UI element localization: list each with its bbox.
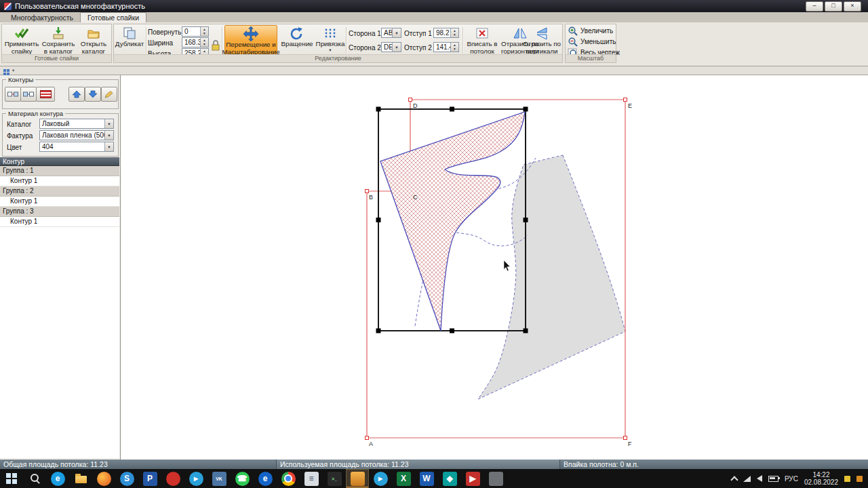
drawing-canvas[interactable]: A B C D E F bbox=[121, 75, 868, 460]
tab-ready-splices[interactable]: Готовые спайки bbox=[80, 12, 146, 22]
taskbar-app-opera[interactable] bbox=[161, 469, 184, 488]
zoom-in-icon bbox=[568, 26, 578, 36]
pencil-icon bbox=[104, 90, 114, 98]
taskbar-app-teal[interactable]: ◆ bbox=[438, 469, 461, 488]
minimize-button[interactable]: – bbox=[806, 1, 823, 12]
rotation-label: Вращение bbox=[281, 41, 313, 48]
start-button[interactable] bbox=[0, 469, 23, 488]
apply-splice-button[interactable]: Применить спайку bbox=[4, 25, 39, 56]
tree-contour-row[interactable]: Контур 1 bbox=[0, 197, 119, 207]
maximize-button[interactable]: □ bbox=[825, 1, 842, 12]
offset2-input[interactable]: 141.4 ▴▾ bbox=[433, 42, 459, 52]
status-bar: Общая площадь потолка: 11.23 Используема… bbox=[0, 460, 868, 469]
tree-contour-row[interactable]: Контур 1 bbox=[0, 176, 119, 186]
taskbar-app-project[interactable]: P bbox=[138, 469, 161, 488]
tree-contour-row[interactable]: Контур 1 bbox=[0, 217, 119, 227]
rotate-field-label: Повернуть bbox=[148, 28, 181, 36]
taskbar-app-edge[interactable]: e bbox=[46, 469, 69, 488]
contour-mode-button-2[interactable] bbox=[20, 87, 37, 102]
fit-to-ceiling-button[interactable]: Вписать в потолок bbox=[465, 25, 499, 56]
offset1-input[interactable]: 98.2 ▴▾ bbox=[433, 28, 459, 38]
side1-select[interactable]: AB ▾ bbox=[381, 28, 401, 38]
volume-icon[interactable] bbox=[757, 475, 762, 482]
material-stripe-button[interactable] bbox=[36, 87, 55, 102]
move-contour-down-button[interactable] bbox=[85, 87, 101, 102]
taskbar-app-whatsapp[interactable]: ☎ bbox=[231, 469, 254, 488]
color-value: 404 bbox=[40, 143, 104, 150]
tab-multifacture[interactable]: Многофактурность bbox=[4, 14, 80, 22]
quick-access-icon[interactable] bbox=[3, 69, 6, 72]
taskbar-app-chrome[interactable] bbox=[277, 469, 300, 488]
network-icon[interactable] bbox=[743, 476, 751, 482]
taskbar-app-firefox[interactable] bbox=[92, 469, 115, 488]
catalog-value: Лаковый bbox=[40, 120, 104, 127]
duplicate-button[interactable]: Дубликат bbox=[115, 25, 144, 56]
zoom-in-button[interactable]: Увеличить bbox=[568, 26, 613, 36]
side1-dropdown-icon: ▾ bbox=[392, 28, 401, 37]
taskbar-app-notepad[interactable]: ≡ bbox=[300, 469, 323, 488]
fit-to-ceiling-label: Вписать в потолок bbox=[465, 41, 499, 55]
taskbar-app-terminal[interactable]: >_ bbox=[323, 469, 346, 488]
taskbar-app-skype[interactable]: S bbox=[115, 469, 138, 488]
tree-group-row[interactable]: Группа : 3 bbox=[0, 207, 119, 217]
language-indicator[interactable]: РУС bbox=[785, 475, 798, 483]
taskbar-app-telegram[interactable]: ▸ bbox=[184, 469, 208, 488]
rotate-input[interactable]: 0 ▴▾ bbox=[182, 26, 209, 37]
window-title: Пользовательская многофактурность bbox=[15, 2, 145, 10]
titlebar: Пользовательская многофактурность – □ × bbox=[0, 0, 868, 12]
move-contour-up-button[interactable] bbox=[68, 87, 85, 102]
taskbar-app-excel[interactable]: X bbox=[392, 469, 415, 488]
tray-indicator-2[interactable] bbox=[856, 476, 863, 482]
ghost-contour-gray[interactable] bbox=[478, 155, 625, 399]
arrow-up-icon bbox=[72, 90, 81, 98]
catalog-select[interactable]: Лаковый ▾ bbox=[39, 119, 114, 129]
open-catalog-icon bbox=[87, 25, 100, 41]
clock[interactable]: 14:22 02.08.2022 bbox=[804, 471, 838, 486]
taskbar-app-youtube[interactable]: ▶ bbox=[461, 469, 484, 488]
zoom-out-label: Уменьшить bbox=[580, 38, 616, 45]
hidden-icons-chevron[interactable] bbox=[730, 476, 738, 483]
taskbar-search-button[interactable] bbox=[23, 469, 46, 488]
taskbar-app-explorer[interactable] bbox=[69, 469, 92, 488]
save-to-catalog-button[interactable]: Сохранить в каталог bbox=[41, 25, 76, 56]
tree-group-row[interactable]: Группа : 1 bbox=[0, 166, 119, 176]
tray-indicator-1[interactable] bbox=[844, 476, 850, 482]
battery-icon[interactable] bbox=[768, 476, 778, 482]
tree-group-row[interactable]: Группа : 2 bbox=[0, 186, 119, 197]
side1-label: Сторона 1 bbox=[349, 30, 381, 37]
width-spinner-arrows[interactable]: ▴▾ bbox=[200, 38, 208, 47]
ribbon-group-label: Масштаб bbox=[566, 54, 616, 62]
zoom-out-button[interactable]: Уменьшить bbox=[568, 37, 616, 47]
quick-access-dropdown-icon[interactable]: ▾ bbox=[12, 68, 14, 73]
selected-contour-shape[interactable] bbox=[380, 112, 525, 331]
taskbar-app-vk[interactable]: VK bbox=[208, 469, 231, 488]
taskbar-app-word[interactable]: W bbox=[415, 469, 438, 488]
taskbar-app-gray[interactable] bbox=[484, 469, 507, 488]
rotate-spinner-arrows[interactable]: ▴▾ bbox=[200, 27, 208, 36]
snap-tool-button[interactable]: Привязка ▾ bbox=[317, 25, 344, 56]
side2-dropdown-icon: ▾ bbox=[392, 43, 401, 52]
width-input[interactable]: 168.3 ▴▾ bbox=[182, 37, 209, 47]
contours-group-label: Контуры bbox=[6, 76, 35, 83]
mouse-cursor bbox=[504, 260, 510, 271]
rotation-tool-button[interactable]: Вращение bbox=[281, 25, 313, 56]
offset2-spinner-arrows[interactable]: ▴▾ bbox=[450, 43, 458, 52]
taskbar-app-telegram-2[interactable]: ▸ bbox=[369, 469, 392, 488]
snap-dropdown-icon[interactable]: ▾ bbox=[329, 48, 331, 52]
color-select[interactable]: 404 ▾ bbox=[39, 142, 114, 152]
side2-select[interactable]: DE ▾ bbox=[381, 42, 401, 52]
taskbar-icons: eSP▸VK☎e≡>_▸XW◆▶ bbox=[0, 469, 507, 488]
open-catalog-button[interactable]: Открыть каталог bbox=[77, 25, 111, 56]
taskbar-app-active-cad[interactable] bbox=[346, 469, 369, 488]
offset1-spinner-arrows[interactable]: ▴▾ bbox=[450, 28, 458, 37]
material-group-label: Материал контура bbox=[6, 110, 65, 117]
flip-vertical-button[interactable]: Отразить по вертикали bbox=[522, 25, 561, 56]
taskbar-app-edge-dev[interactable]: e bbox=[254, 469, 277, 488]
lock-aspect-icon[interactable] bbox=[212, 36, 220, 56]
close-button[interactable]: × bbox=[844, 1, 861, 12]
window-controls: – □ × bbox=[806, 1, 865, 12]
contour-mode-button-1[interactable] bbox=[5, 87, 21, 102]
texture-select[interactable]: Лаковая пленка (500) ▾ bbox=[39, 130, 114, 140]
corner-label-d: D bbox=[413, 102, 418, 109]
edit-contour-button[interactable] bbox=[101, 87, 117, 102]
